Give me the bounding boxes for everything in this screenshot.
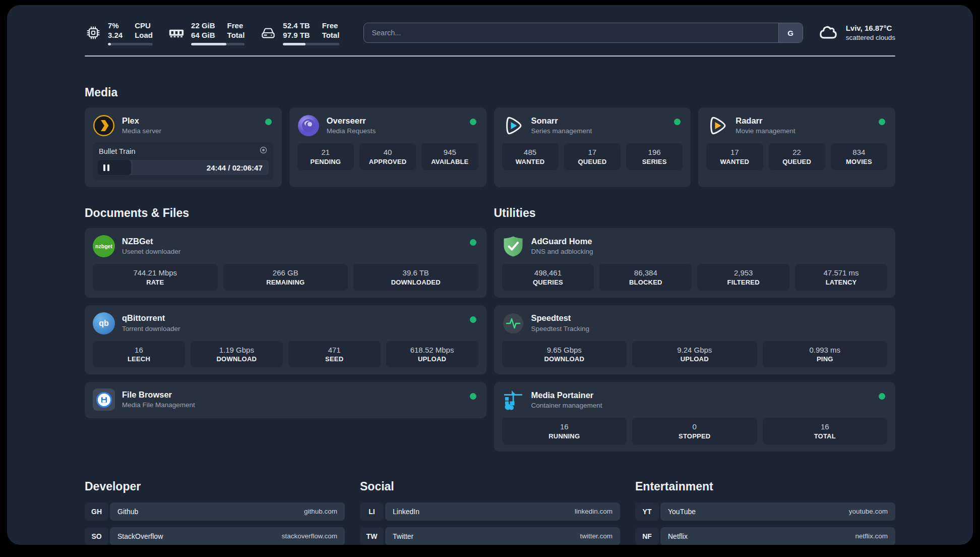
- stat-value: 9.65 Gbps: [504, 345, 625, 355]
- playback-progress-bar[interactable]: 24:44 / 02:06:47: [98, 160, 269, 175]
- stat-label: LEECH: [95, 355, 183, 363]
- stat-queries: 498,461 QUERIES: [502, 264, 594, 291]
- bookmark-stackoverflow[interactable]: SO StackOverflow stackoverflow.com: [85, 527, 345, 545]
- stat-value: 16: [504, 422, 625, 432]
- app-card-plex[interactable]: Plex Media server Bullet Train 24:4: [85, 107, 282, 187]
- stat-value: 47.571 ms: [797, 268, 885, 278]
- stat-movies: 834 MOVIES: [831, 143, 887, 170]
- app-card-portainer[interactable]: Media Portainer Container management 16 …: [494, 382, 896, 452]
- section-entertainment: Entertainment YT YouTube youtube.com NF …: [635, 480, 895, 545]
- bookmark-twitter[interactable]: TW Twitter twitter.com: [360, 527, 620, 545]
- bookmark-youtube[interactable]: YT YouTube youtube.com: [635, 503, 895, 521]
- stat-wanted: 485 WANTED: [502, 143, 559, 170]
- bookmark-name: Github: [117, 508, 138, 516]
- app-description: Usenet downloader: [122, 248, 180, 256]
- disk-total-label: Total: [322, 30, 340, 40]
- stat-label: QUEUED: [566, 158, 619, 165]
- stat-stopped: 0 STOPPED: [632, 418, 757, 444]
- stat-value: 17: [566, 147, 619, 157]
- app-description: Torrent downloader: [122, 325, 180, 333]
- stat-upload: 9.24 Gbps UPLOAD: [632, 341, 757, 368]
- app-card-radarr[interactable]: Radarr Movie management 17 WANTED 22 QUE…: [698, 107, 895, 187]
- memory-progress-bar: [191, 43, 244, 45]
- stat-approved: 40 APPROVED: [359, 143, 416, 170]
- section-documents-files: Documents & Files nzbget NZBGet Usenet d…: [85, 187, 486, 418]
- weather-condition: scattered clouds: [846, 33, 895, 42]
- stat-label: QUERIES: [504, 278, 592, 286]
- stat-value: 17: [708, 147, 761, 157]
- section-utilities: Utilities AdGuard Home: [494, 187, 896, 452]
- stat-seed: 471 SEED: [288, 341, 381, 368]
- stat-remaining: 266 GB REMAINING: [223, 264, 348, 291]
- stat-label: WANTED: [504, 158, 557, 165]
- stat-download: 1.19 Gbps DOWNLOAD: [191, 341, 283, 368]
- bookmark-linkedin[interactable]: LI LinkedIn linkedin.com: [360, 503, 620, 521]
- stat-value: 618.52 Mbps: [388, 345, 476, 355]
- stat-label: RATE: [95, 278, 216, 286]
- stat-downloaded: 39.6 TB DOWNLOADED: [353, 264, 478, 291]
- app-card-speedtest[interactable]: Speedtest Speedtest Tracking 9.65 Gbps D…: [494, 305, 896, 375]
- stat-rate: 744.21 Mbps RATE: [93, 264, 218, 291]
- bookmark-abbr: SO: [85, 527, 108, 545]
- header-divider: [85, 55, 895, 57]
- media-grid: Plex Media server Bullet Train 24:4: [85, 107, 895, 187]
- cloud-icon: [817, 21, 839, 45]
- stat-label: BLOCKED: [601, 278, 690, 286]
- stat-pending: 21 PENDING: [297, 143, 354, 170]
- app-description: Media server: [122, 127, 161, 135]
- stat-series: 196 SERIES: [626, 143, 683, 170]
- app-card-nzbget[interactable]: nzbget NZBGet Usenet downloader 744.21 M…: [85, 228, 486, 298]
- bookmark-name: YouTube: [668, 508, 696, 516]
- stat-available: 945 AVAILABLE: [421, 143, 478, 170]
- stat-value: 16: [765, 422, 886, 432]
- session-camera-icon: [259, 146, 268, 156]
- stat-value: 266 GB: [225, 268, 346, 278]
- stat-value: 9.24 Gbps: [634, 345, 755, 355]
- plex-icon: [93, 115, 115, 137]
- app-description: Series management: [531, 127, 592, 135]
- app-card-sonarr[interactable]: Sonarr Series management 485 WANTED 17 Q…: [494, 107, 691, 187]
- stat-label: WANTED: [708, 158, 761, 165]
- disk-free-value: 52.4 TB: [283, 21, 310, 31]
- app-name: AdGuard Home: [531, 237, 593, 247]
- stat-value: 196: [628, 147, 681, 157]
- app-card-qbittorrent[interactable]: qb qBittorrent Torrent downloader 16 LEE…: [85, 305, 486, 375]
- cpu-sub-label: Load: [135, 30, 153, 40]
- bookmark-name: Twitter: [393, 532, 413, 540]
- status-online-dot: [470, 316, 476, 323]
- status-online-dot: [470, 239, 476, 246]
- stat-label: DOWNLOAD: [193, 355, 281, 363]
- portainer-icon: [502, 389, 524, 411]
- stat-label: DOWNLOAD: [504, 355, 625, 363]
- search-bar: G: [363, 23, 803, 43]
- nzbget-icon: nzbget: [93, 235, 115, 257]
- memory-total-value: 64 GiB: [191, 30, 215, 40]
- memory-free-label: Free: [227, 21, 245, 31]
- plex-now-playing-panel: Bullet Train 24:44 / 02:06:47: [93, 142, 274, 180]
- stat-value: 16: [95, 345, 183, 355]
- bookmark-github[interactable]: GH Github github.com: [85, 503, 345, 521]
- cpu-widget: 7% 3.24 CPU Load: [85, 21, 153, 45]
- search-engine-button[interactable]: G: [778, 23, 803, 42]
- app-card-filebrowser[interactable]: File Browser Media File Management: [85, 382, 486, 418]
- stat-value: 0.993 ms: [765, 345, 886, 355]
- now-playing-title: Bullet Train: [99, 147, 136, 155]
- stat-value: 22: [771, 147, 823, 157]
- stat-label: STOPPED: [634, 432, 755, 440]
- bookmark-url: twitter.com: [580, 532, 612, 540]
- search-input[interactable]: [364, 23, 778, 42]
- app-card-adguard[interactable]: AdGuard Home DNS and adblocking 498,461 …: [494, 228, 896, 298]
- section-title-utilities: Utilities: [494, 206, 896, 220]
- filebrowser-icon: [93, 388, 115, 411]
- bookmark-netflix[interactable]: NF Netflix netflix.com: [635, 527, 895, 545]
- cpu-chip-icon: [85, 24, 102, 41]
- app-name: Sonarr: [531, 116, 592, 126]
- section-title-media: Media: [85, 86, 895, 99]
- app-card-overseerr[interactable]: Overseerr Media Requests 21 PENDING 40 A…: [289, 107, 486, 187]
- adguard-icon: [502, 235, 524, 257]
- stat-value: 86,384: [601, 268, 690, 278]
- stat-label: TOTAL: [765, 432, 886, 440]
- radarr-icon: [706, 115, 728, 137]
- stat-value: 485: [504, 147, 557, 157]
- bookmark-abbr: LI: [360, 503, 384, 521]
